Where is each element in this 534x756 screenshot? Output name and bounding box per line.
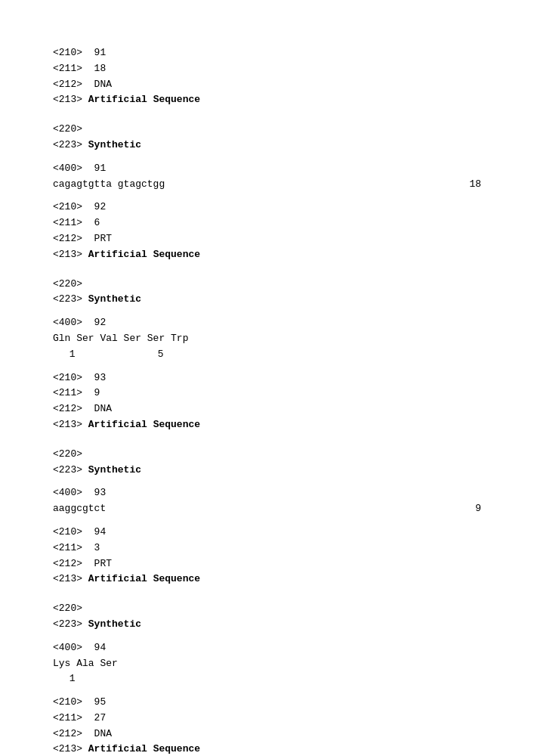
field-220-93: <220> [53,447,481,463]
field-211-91: <211> 18 [53,61,481,77]
field-213-94: <213> Artificial Sequence [53,572,481,587]
section-94: <210> 94 <211> 3 <212> PRT <213> Artific… [53,525,481,587]
section-95: <210> 95 <211> 27 <212> DNA <213> Artifi… [53,695,481,756]
field-400-93: <400> 93 [53,485,481,501]
seq-prt-92: Gln Ser Val Ser Ser Trp [53,331,481,347]
seq-data-91: cagagtgtta gtagctgg 18 [53,177,481,193]
seq-text-91: cagagtgtta gtagctgg [53,177,165,193]
field-213-95: <213> Artificial Sequence [53,742,481,756]
seq-count-91: 18 [469,177,481,193]
field-223-93: <223> Synthetic [53,463,481,479]
field-212-92: <212> PRT [53,231,481,247]
field-211-92: <211> 6 [53,215,481,231]
field-223-94: <223> Synthetic [53,617,481,633]
field-210-94: <210> 94 [53,525,481,541]
field-400-92: <400> 92 [53,315,481,331]
feature-92: <220> <223> Synthetic [53,277,481,308]
feature-93: <220> <223> Synthetic [53,447,481,479]
field-210-92: <210> 92 [53,200,481,215]
field-223-92: <223> Synthetic [53,292,481,308]
section-92: <210> 92 <211> 6 <212> PRT <213> Artific… [53,200,481,262]
field-210-95: <210> 95 [53,695,481,711]
seq-prt-94: Lys Ala Ser [53,656,481,672]
seq-data-93: aaggcgtct 9 [53,501,481,517]
field-220-91: <220> [53,122,481,138]
seq-pos-92: 1 5 [53,347,481,363]
field-400-94: <400> 94 [53,640,481,656]
field-212-94: <212> PRT [53,556,481,572]
sequence-94: <400> 94 Lys Ala Ser 1 [53,640,481,687]
field-212-95: <212> DNA [53,727,481,742]
field-212-91: <212> DNA [53,77,481,93]
seq-pos-94: 1 [53,671,481,687]
field-210-91: <210> 91 [53,45,481,61]
field-220-94: <220> [53,601,481,617]
field-220-92: <220> [53,277,481,293]
field-223-91: <223> Synthetic [53,138,481,153]
field-210-93: <210> 93 [53,370,481,386]
field-213-91: <213> Artificial Sequence [53,92,481,108]
field-400-91: <400> 91 [53,161,481,177]
field-212-93: <212> DNA [53,401,481,417]
sequence-91: <400> 91 cagagtgtta gtagctgg 18 [53,161,481,193]
field-211-93: <211> 9 [53,386,481,401]
sequence-92: <400> 92 Gln Ser Val Ser Ser Trp 1 5 [53,315,481,362]
seq-count-93: 9 [475,501,481,517]
feature-91: <220> <223> Synthetic [53,122,481,153]
section-91: <210> 91 <211> 18 <212> DNA <213> Artifi… [53,45,481,108]
section-93: <210> 93 <211> 9 <212> DNA <213> Artific… [53,370,481,433]
feature-94: <220> <223> Synthetic [53,601,481,633]
field-213-92: <213> Artificial Sequence [53,247,481,263]
field-213-93: <213> Artificial Sequence [53,417,481,433]
field-211-94: <211> 3 [53,541,481,556]
field-211-95: <211> 27 [53,711,481,727]
seq-text-93: aaggcgtct [53,501,106,517]
sequence-93: <400> 93 aaggcgtct 9 [53,485,481,517]
